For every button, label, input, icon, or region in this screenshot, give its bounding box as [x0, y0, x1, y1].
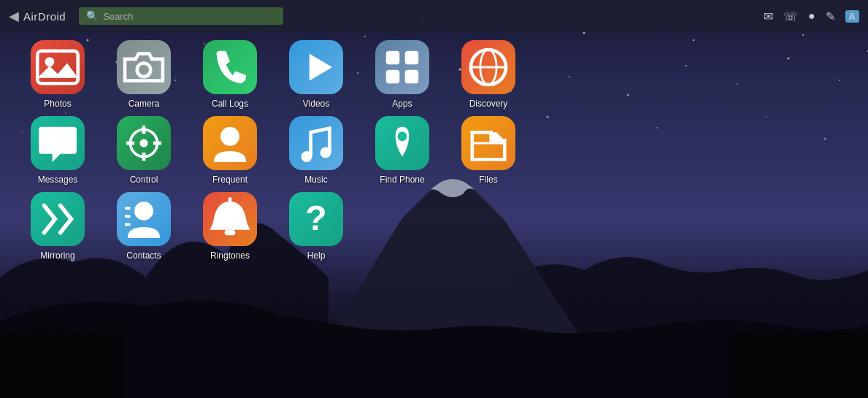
- topbar-icons: ✉ ☏ ● ✎ A: [764, 9, 859, 23]
- app-icon-videos: [289, 40, 343, 94]
- app-label-photos: Photos: [44, 99, 71, 109]
- app-item-help[interactable]: ?Help: [273, 192, 359, 261]
- app-icon-apps: [375, 40, 429, 94]
- app-item-camera[interactable]: Camera: [101, 40, 187, 109]
- app-icon-contacts: [117, 192, 171, 246]
- svg-point-52: [220, 127, 239, 146]
- svg-marker-42: [310, 54, 332, 81]
- svg-rect-46: [405, 70, 419, 84]
- search-bar[interactable]: 🔍: [79, 7, 283, 25]
- svg-rect-39: [37, 51, 78, 83]
- brand: ◀ AirDroid: [9, 8, 66, 24]
- app-icon-findphone: [375, 116, 429, 170]
- app-label-messages: Messages: [38, 175, 78, 185]
- app-icon-control: [117, 116, 171, 170]
- svg-point-56: [134, 202, 153, 221]
- app-item-mirroring[interactable]: Mirroring: [15, 192, 101, 261]
- app-label-contacts: Contacts: [126, 250, 161, 261]
- app-label-apps: Apps: [392, 99, 412, 109]
- svg-point-41: [137, 63, 151, 77]
- app-label-frequent: Frequent: [212, 175, 247, 185]
- app-icon-discovery: [461, 40, 515, 94]
- mail-icon[interactable]: ✉: [764, 9, 773, 23]
- svg-point-55: [398, 131, 407, 141]
- app-item-contacts[interactable]: Contacts: [101, 192, 187, 261]
- app-label-ringtones: Ringtones: [210, 250, 250, 261]
- app-label-calllogs: Call Logs: [212, 99, 248, 109]
- app-icon-frequent: [203, 116, 257, 170]
- app-icon-mirroring: [31, 192, 85, 246]
- app-item-photos[interactable]: Photos: [15, 40, 101, 109]
- svg-point-54: [320, 148, 331, 158]
- account-icon[interactable]: A: [845, 10, 859, 23]
- app-icon-calllogs: [203, 40, 257, 94]
- app-icon-ringtones: [203, 192, 257, 246]
- app-item-calllogs[interactable]: Call Logs: [187, 40, 273, 109]
- app-icon-messages: [31, 116, 85, 170]
- airdroid-arrow-icon: ◀: [9, 8, 19, 24]
- app-label-help: Help: [307, 250, 326, 261]
- app-item-control[interactable]: Control: [101, 116, 187, 185]
- app-item-messages[interactable]: Messages: [15, 116, 101, 185]
- svg-text:?: ?: [305, 198, 326, 237]
- app-label-music: Music: [304, 175, 327, 185]
- phone-icon[interactable]: ☏: [783, 9, 798, 23]
- app-label-camera: Camera: [128, 99, 160, 109]
- svg-rect-43: [386, 51, 400, 65]
- app-icon-files: [461, 116, 515, 170]
- svg-rect-45: [386, 70, 400, 84]
- app-label-files: Files: [479, 175, 497, 185]
- app-item-music[interactable]: Music: [273, 116, 359, 185]
- svg-point-40: [45, 57, 54, 66]
- app-label-mirroring: Mirroring: [40, 250, 74, 261]
- app-item-frequent[interactable]: Frequent: [187, 116, 273, 185]
- app-icon-photos: [31, 40, 85, 94]
- bell-icon[interactable]: ●: [808, 9, 815, 23]
- app-icon-help: ?: [289, 192, 343, 246]
- app-label-discovery: Discovery: [469, 99, 508, 109]
- svg-rect-60: [225, 230, 236, 235]
- search-input[interactable]: [103, 11, 271, 22]
- search-icon: 🔍: [86, 10, 99, 22]
- app-icon-camera: [117, 40, 171, 94]
- app-icon-music: [289, 116, 343, 170]
- app-grid: PhotosCameraCall LogsVideosAppsDiscovery…: [15, 40, 531, 261]
- topbar: ◀ AirDroid 🔍 ✉ ☏ ● ✎ A: [0, 0, 868, 32]
- brand-name: AirDroid: [23, 10, 66, 23]
- app-label-findphone: Find Phone: [380, 175, 424, 185]
- app-item-files[interactable]: Files: [445, 116, 531, 185]
- svg-rect-44: [405, 51, 419, 65]
- svg-point-50: [139, 139, 147, 147]
- app-label-control: Control: [130, 175, 158, 185]
- app-item-apps[interactable]: Apps: [359, 40, 445, 109]
- app-item-ringtones[interactable]: Ringtones: [187, 192, 273, 261]
- app-item-findphone[interactable]: Find Phone: [359, 116, 445, 185]
- app-item-videos[interactable]: Videos: [273, 40, 359, 109]
- edit-icon[interactable]: ✎: [826, 9, 835, 23]
- svg-point-53: [302, 151, 312, 162]
- app-item-discovery[interactable]: Discovery: [445, 40, 531, 109]
- app-label-videos: Videos: [303, 99, 329, 109]
